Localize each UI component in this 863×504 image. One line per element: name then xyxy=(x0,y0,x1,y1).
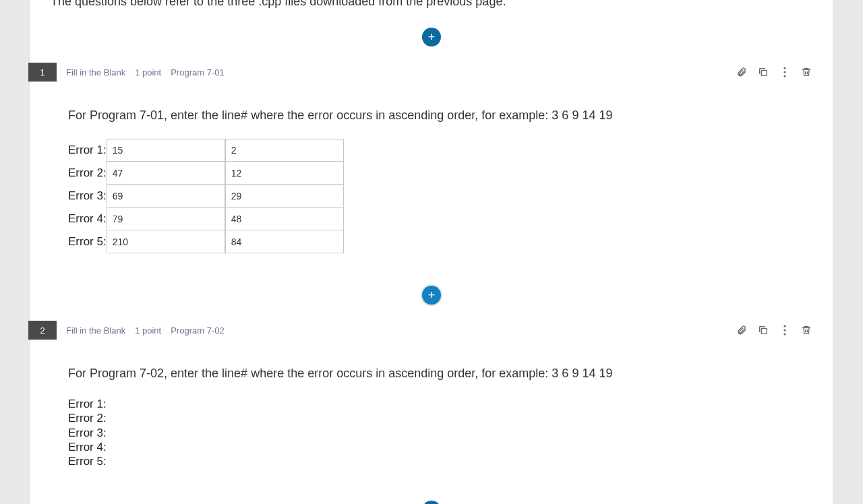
copy-icon[interactable] xyxy=(757,66,769,78)
svg-rect-0 xyxy=(761,70,767,75)
blank-row: Error 1: xyxy=(68,139,344,162)
blank-label: Error 4: xyxy=(68,208,107,230)
question-number-badge: 1 xyxy=(28,63,57,82)
more-icon[interactable] xyxy=(779,324,791,336)
question-type: Fill in the Blank xyxy=(66,325,125,336)
blank-row: Error 2: xyxy=(68,162,344,185)
error-line: Error 2: xyxy=(68,411,812,425)
more-icon[interactable] xyxy=(779,66,791,78)
add-question-button[interactable]: + xyxy=(422,286,441,305)
error-line: Error 3: xyxy=(68,426,812,440)
svg-point-5 xyxy=(783,325,785,327)
add-question-button[interactable]: + xyxy=(422,501,441,504)
blank-input-a[interactable] xyxy=(107,162,225,185)
blank-input-a[interactable] xyxy=(107,230,225,253)
question-points: 1 point xyxy=(135,67,161,77)
question-toolbar xyxy=(736,324,812,336)
blank-row: Error 4: xyxy=(68,208,344,230)
blank-input-b[interactable] xyxy=(225,230,344,253)
error-line: Error 5: xyxy=(68,454,812,468)
blank-input-a[interactable] xyxy=(107,185,225,208)
copy-icon[interactable] xyxy=(757,324,769,336)
svg-point-6 xyxy=(783,329,785,331)
question-2-body: For Program 7-02, enter the line# where … xyxy=(30,340,833,489)
svg-point-1 xyxy=(783,67,785,69)
svg-point-2 xyxy=(783,71,785,73)
blank-input-b[interactable] xyxy=(225,162,344,185)
add-question-row: + xyxy=(30,274,833,321)
add-question-row: + xyxy=(30,15,833,63)
add-question-row: + xyxy=(30,489,833,504)
add-question-button[interactable]: + xyxy=(422,28,441,46)
question-2-header: 2 Fill in the Blank 1 point Program 7-02 xyxy=(28,321,833,340)
svg-point-7 xyxy=(783,333,785,335)
blank-label: Error 2: xyxy=(68,162,107,185)
question-prompt: For Program 7-01, enter the line# where … xyxy=(68,108,812,123)
blank-label: Error 1: xyxy=(68,139,107,162)
attach-icon[interactable] xyxy=(736,324,748,336)
attach-icon[interactable] xyxy=(736,66,748,78)
question-tag: Program 7-02 xyxy=(171,325,224,336)
blank-input-a[interactable] xyxy=(107,139,225,162)
question-tag: Program 7-01 xyxy=(171,67,224,77)
blank-label: Error 3: xyxy=(68,185,107,208)
error-lines: Error 1: Error 2: Error 3: Error 4: Erro… xyxy=(68,397,812,468)
blank-input-b[interactable] xyxy=(225,208,344,230)
blank-label: Error 5: xyxy=(68,230,107,253)
trash-icon[interactable] xyxy=(800,324,812,336)
question-meta: Fill in the Blank 1 point Program 7-02 xyxy=(66,325,726,336)
svg-point-3 xyxy=(783,75,785,77)
blanks-table: Error 1: Error 2: Error 3: Error 4: Erro xyxy=(68,139,344,253)
question-meta: Fill in the Blank 1 point Program 7-01 xyxy=(66,67,726,77)
blank-row: Error 5: xyxy=(68,230,344,253)
question-points: 1 point xyxy=(135,325,161,336)
question-number-badge: 2 xyxy=(28,321,57,340)
blank-row: Error 3: xyxy=(68,185,344,208)
error-line: Error 1: xyxy=(68,397,812,411)
blank-input-a[interactable] xyxy=(107,208,225,230)
svg-rect-4 xyxy=(761,328,767,334)
assessment-panel: The questions below refer to the three .… xyxy=(30,0,833,504)
trash-icon[interactable] xyxy=(800,66,812,78)
question-type: Fill in the Blank xyxy=(66,67,125,77)
question-1-header: 1 Fill in the Blank 1 point Program 7-01 xyxy=(28,63,833,82)
blank-input-b[interactable] xyxy=(225,185,344,208)
question-1-body: For Program 7-01, enter the line# where … xyxy=(30,82,833,274)
question-prompt: For Program 7-02, enter the line# where … xyxy=(68,367,812,381)
error-line: Error 4: xyxy=(68,440,812,454)
intro-text: The questions below refer to the three .… xyxy=(30,0,833,15)
question-toolbar xyxy=(736,66,812,78)
blank-input-b[interactable] xyxy=(225,139,344,162)
